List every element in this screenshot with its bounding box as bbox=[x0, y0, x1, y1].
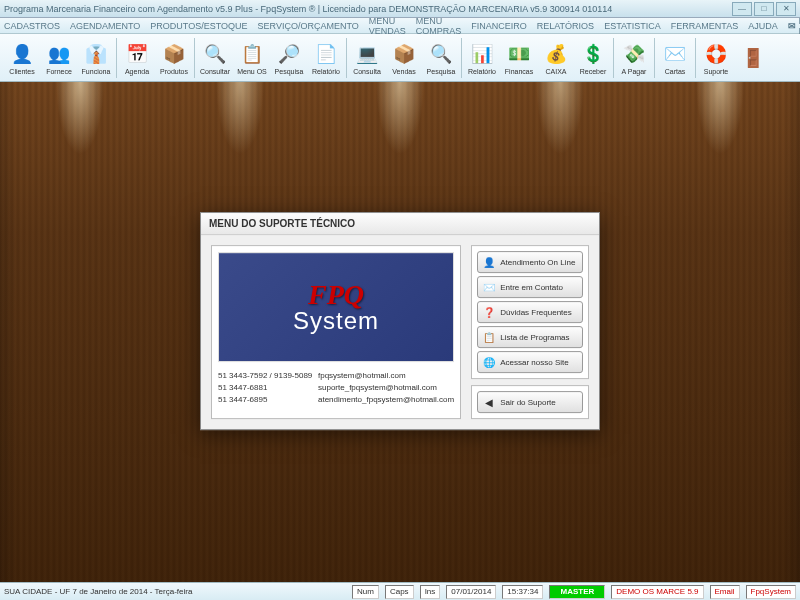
support-btn-label: Lista de Programas bbox=[500, 333, 569, 342]
toolbar-separator bbox=[116, 38, 117, 78]
support-btn-entre-em-contato[interactable]: ✉️Entre em Contato bbox=[477, 276, 583, 298]
contact-email: fpqsystem@hotmail.com bbox=[318, 370, 406, 382]
toolbar-label: Agenda bbox=[125, 68, 149, 75]
toolbar-pesquisa[interactable]: 🔍Pesquisa bbox=[423, 36, 459, 80]
toolbar-label: Consultar bbox=[200, 68, 230, 75]
support-btn-label: Entre em Contato bbox=[500, 283, 563, 292]
toolbar-label: Cartas bbox=[665, 68, 686, 75]
menu-email[interactable]: ✉ E-MAIL bbox=[788, 16, 800, 36]
contact-phone: 51 3447-6895 bbox=[218, 394, 318, 406]
desktop-background: MENU DO SUPORTE TÉCNICO FPQ System 51 34… bbox=[0, 82, 800, 582]
maximize-button[interactable]: □ bbox=[754, 2, 774, 16]
toolbar-relatório[interactable]: 📄Relatório bbox=[308, 36, 344, 80]
dialog-left-panel: FPQ System 51 3443-7592 / 9139-5089fpqsy… bbox=[211, 245, 461, 419]
status-email[interactable]: Email bbox=[710, 585, 740, 599]
status-brand[interactable]: FpqSystem bbox=[746, 585, 796, 599]
email-icon: ✉ bbox=[788, 21, 796, 31]
toolbar-icon: 💲 bbox=[579, 40, 607, 68]
menu-servico[interactable]: SERVIÇO/ORÇAMENTO bbox=[258, 21, 359, 31]
support-btn-label: Dúvidas Frequentes bbox=[500, 308, 572, 317]
toolbar-label: Funciona bbox=[82, 68, 111, 75]
menu-produtos[interactable]: PRODUTOS/ESTOQUE bbox=[150, 21, 247, 31]
status-caps: Caps bbox=[385, 585, 414, 599]
menu-cadastros[interactable]: CADASTROS bbox=[4, 21, 60, 31]
toolbar-separator bbox=[194, 38, 195, 78]
contact-phone: 51 3443-7592 / 9139-5089 bbox=[218, 370, 318, 382]
toolbar-icon: 👤 bbox=[8, 40, 36, 68]
menu-vendas[interactable]: MENU VENDAS bbox=[369, 16, 406, 36]
toolbar-fornece[interactable]: 👥Fornece bbox=[41, 36, 77, 80]
dialog-right-panel: 👤Atendimento On Line✉️Entre em Contato❓D… bbox=[471, 245, 589, 419]
toolbar-icon: 📦 bbox=[160, 40, 188, 68]
toolbar-vendas[interactable]: 📦Vendas bbox=[386, 36, 422, 80]
toolbar-label: Consulta bbox=[353, 68, 381, 75]
toolbar-a pagar[interactable]: 💸A Pagar bbox=[616, 36, 652, 80]
status-location: SUA CIDADE - UF 7 de Janeiro de 2014 - T… bbox=[4, 587, 192, 596]
support-btn-icon: 👤 bbox=[482, 255, 496, 269]
support-btn-atendimento-on-line[interactable]: 👤Atendimento On Line bbox=[477, 251, 583, 273]
menubar: CADASTROS AGENDAMENTO PRODUTOS/ESTOQUE S… bbox=[0, 18, 800, 34]
toolbar-suporte[interactable]: 🛟Suporte bbox=[698, 36, 734, 80]
toolbar-separator bbox=[461, 38, 462, 78]
contact-info: 51 3443-7592 / 9139-5089fpqsystem@hotmai… bbox=[218, 370, 454, 406]
toolbar-agenda[interactable]: 📅Agenda bbox=[119, 36, 155, 80]
status-master: MASTER bbox=[549, 585, 605, 599]
toolbar-consultar[interactable]: 🔍Consultar bbox=[197, 36, 233, 80]
window-controls: — □ ✕ bbox=[732, 2, 796, 16]
minimize-button[interactable]: — bbox=[732, 2, 752, 16]
contact-row: 51 3447-6881suporte_fpqsystem@hotmail.co… bbox=[218, 382, 454, 394]
logo-box: FPQ System bbox=[218, 252, 454, 362]
contact-email: suporte_fpqsystem@hotmail.com bbox=[318, 382, 437, 394]
toolbar-icon: ✉️ bbox=[661, 40, 689, 68]
toolbar-label: Produtos bbox=[160, 68, 188, 75]
menu-ajuda[interactable]: AJUDA bbox=[748, 21, 778, 31]
support-btn-acessar-nosso-site[interactable]: 🌐Acessar nosso Site bbox=[477, 351, 583, 373]
menu-agendamento[interactable]: AGENDAMENTO bbox=[70, 21, 140, 31]
toolbar-consulta[interactable]: 💻Consulta bbox=[349, 36, 385, 80]
support-btn-label: Atendimento On Line bbox=[500, 258, 575, 267]
status-date: 07/01/2014 bbox=[446, 585, 496, 599]
toolbar-receber[interactable]: 💲Receber bbox=[575, 36, 611, 80]
exit-support-button[interactable]: ◀ Sair do Suporte bbox=[477, 391, 583, 413]
toolbar-icon: 📋 bbox=[238, 40, 266, 68]
contact-email: atendimento_fpqsystem@hotmail.com bbox=[318, 394, 454, 406]
support-btn-label: Acessar nosso Site bbox=[500, 358, 568, 367]
toolbar-separator bbox=[695, 38, 696, 78]
toolbar-separator bbox=[613, 38, 614, 78]
toolbar-icon: 👔 bbox=[82, 40, 110, 68]
toolbar-produtos[interactable]: 📦Produtos bbox=[156, 36, 192, 80]
close-button[interactable]: ✕ bbox=[776, 2, 796, 16]
toolbar-label: Receber bbox=[580, 68, 606, 75]
toolbar-icon: 🔍 bbox=[201, 40, 229, 68]
toolbar-label: Pesquisa bbox=[427, 68, 456, 75]
toolbar-menu os[interactable]: 📋Menu OS bbox=[234, 36, 270, 80]
toolbar-icon: 📦 bbox=[390, 40, 418, 68]
statusbar: SUA CIDADE - UF 7 de Janeiro de 2014 - T… bbox=[0, 582, 800, 600]
toolbar-separator bbox=[346, 38, 347, 78]
exit-button-label: Sair do Suporte bbox=[500, 398, 556, 407]
logo-system-text: System bbox=[293, 307, 379, 335]
menu-ferramentas[interactable]: FERRAMENTAS bbox=[671, 21, 738, 31]
toolbar-icon: 🔎 bbox=[275, 40, 303, 68]
support-btn-lista-de-programas[interactable]: 📋Lista de Programas bbox=[477, 326, 583, 348]
toolbar-financas[interactable]: 💵Financas bbox=[501, 36, 537, 80]
menu-financeiro[interactable]: FINANCEIRO bbox=[471, 21, 527, 31]
toolbar-relatório[interactable]: 📊Relatório bbox=[464, 36, 500, 80]
toolbar-clientes[interactable]: 👤Clientes bbox=[4, 36, 40, 80]
toolbar-icon: 👥 bbox=[45, 40, 73, 68]
support-btn-icon: ❓ bbox=[482, 305, 496, 319]
menu-relatorios[interactable]: RELATÓRIOS bbox=[537, 21, 594, 31]
toolbar-icon: 💻 bbox=[353, 40, 381, 68]
toolbar-label: Financas bbox=[505, 68, 533, 75]
toolbar-caixa[interactable]: 💰CAIXA bbox=[538, 36, 574, 80]
toolbar-cartas[interactable]: ✉️Cartas bbox=[657, 36, 693, 80]
toolbar-exit[interactable]: 🚪 bbox=[735, 36, 771, 80]
toolbar-funciona[interactable]: 👔Funciona bbox=[78, 36, 114, 80]
support-btn-dúvidas-frequentes[interactable]: ❓Dúvidas Frequentes bbox=[477, 301, 583, 323]
dialog-body: FPQ System 51 3443-7592 / 9139-5089fpqsy… bbox=[201, 235, 599, 429]
menu-estatistica[interactable]: ESTATISTICA bbox=[604, 21, 661, 31]
menu-compras[interactable]: MENU COMPRAS bbox=[416, 16, 462, 36]
toolbar-pesquisa[interactable]: 🔎Pesquisa bbox=[271, 36, 307, 80]
support-dialog: MENU DO SUPORTE TÉCNICO FPQ System 51 34… bbox=[200, 212, 600, 430]
support-btn-icon: ✉️ bbox=[482, 280, 496, 294]
